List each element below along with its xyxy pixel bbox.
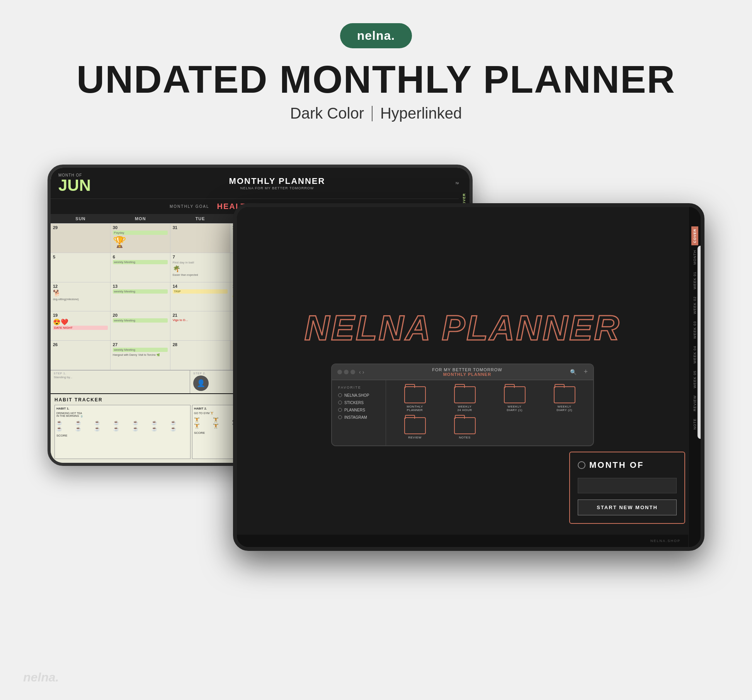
subtitle-divider [372, 106, 373, 121]
front-sidebar-week05[interactable]: WEEK 05 [692, 368, 698, 391]
fav-radio-3 [338, 408, 342, 412]
front-sidebar-week02[interactable]: WEEK 02 [692, 294, 698, 316]
cal-cell-28: 28 [170, 341, 230, 370]
front-sidebar-week01[interactable]: WEEK 01 [692, 269, 698, 292]
folder-weekly-diary-1[interactable]: WEEKLYDIARY (1) [492, 386, 537, 412]
cal-cell-30: 30 Payday 🏆 [111, 224, 170, 253]
cal-cell-14: 14TRIP [170, 282, 230, 312]
pencil-back [128, 165, 321, 167]
browser-window: ‹ › FOR MY BETTER TOMORROW MONTHLY PLANN… [331, 364, 594, 446]
browser-body: FAVORITE NELNA.SHOP STICKERS [332, 380, 593, 445]
folder-icon-weekly-24h [454, 386, 476, 403]
folder-review[interactable]: REVIEW [392, 417, 437, 439]
cal-cell-5: 5 [51, 253, 111, 282]
folder-icon-monthly [404, 386, 426, 403]
browser-dots [337, 370, 355, 374]
month-popup-header: MONTH OF [578, 460, 677, 470]
back-planner-sub: NELNA FOR MY BETTER TOMORROW [99, 186, 456, 190]
subtitle-dark-color: Dark Color [290, 105, 364, 122]
fav-planners[interactable]: PLANNERS [338, 408, 379, 412]
pencil-front [698, 246, 704, 439]
cal-cell-31: 31 [170, 224, 230, 253]
fav-radio-1 [338, 393, 342, 397]
front-tablet-content: NELNA PLANNER ‹ › [237, 207, 701, 547]
month-popup: MONTH OF START NEW MONTH [569, 452, 685, 524]
month-value: JUN [58, 177, 91, 194]
front-sidebar-note[interactable]: NOTE [692, 416, 698, 432]
goal-label: MONTHLY GOAL [170, 204, 209, 209]
folder-icon-notes [454, 417, 476, 434]
back-planner-title: MONTHLY PLANNER [99, 176, 456, 186]
cal-cell-12: 12 🐕 dog-sitting(milestone) [51, 282, 111, 312]
front-sidebar-week03[interactable]: WEEK 03 [692, 319, 698, 341]
front-sidebar-cover[interactable]: COVER [691, 226, 698, 245]
fav-nelna-shop[interactable]: NELNA.SHOP [338, 393, 379, 398]
folder-grid-top: MONTHLYPLANNER WEEKLY24 HOUR WEEKLYDIARY… [392, 386, 587, 412]
front-sidebar-week04[interactable]: WEEK 04 [692, 343, 698, 366]
fav-radio-4 [338, 415, 342, 419]
day-sun: SUN [51, 216, 111, 221]
month-popup-circle [578, 461, 585, 469]
browser-arrows: ‹ › [359, 369, 364, 375]
bottom-shop-text: NELNA.SHOP [650, 539, 681, 543]
tablet-front: NELNA PLANNER ‹ › [233, 203, 704, 551]
fav-radio-2 [338, 401, 342, 404]
cal-cell-6: 6 weekly Meeting [111, 253, 170, 282]
folder-monthly-planner[interactable]: MONTHLYPLANNER [392, 386, 437, 412]
back-title-center: MONTHLY PLANNER NELNA FOR MY BETTER TOMO… [99, 176, 456, 190]
cal-cell-20: 20 weekly Meeting [111, 311, 170, 341]
habit-1: HABIT 1. DRINKING HOT TEAIN THE MORNING … [54, 405, 191, 459]
forward-arrow-icon[interactable]: › [362, 369, 364, 375]
folder-grid-bottom: REVIEW NOTES [392, 417, 587, 439]
front-sidebar-review[interactable]: REVIEW [692, 393, 698, 414]
browser-bar: ‹ › FOR MY BETTER TOMORROW MONTHLY PLANN… [332, 364, 593, 380]
search-icon[interactable]: 🔍 [570, 369, 577, 375]
folder-icon-diary-1 [504, 386, 526, 403]
browser-dot-1 [337, 370, 342, 374]
day-mon: MON [111, 216, 170, 221]
subtitle: Dark Color Hyperlinked [290, 105, 462, 122]
start-new-month-button[interactable]: START NEW MONTH [578, 500, 677, 515]
browser-dot-2 [344, 370, 349, 374]
step-1: STEP 1. Standing by... [51, 370, 190, 393]
cal-cell-7: 7 First day in bali! 🌴 Easier than expec… [170, 253, 230, 282]
subtitle-hyperlinked: Hyperlinked [380, 105, 462, 122]
logo-badge: nelna. [340, 23, 412, 48]
month-popup-title: MONTH OF [589, 460, 644, 470]
cal-cell-26: 26 [51, 341, 111, 370]
month-display: MONTH OF JUN [58, 173, 99, 194]
cal-cell-27: 27 weekly Meeting Hangout with Danny Vis… [111, 341, 170, 370]
month-popup-input[interactable] [578, 478, 677, 493]
folder-weekly-diary-2[interactable]: WEEKLYDIARY (2) [542, 386, 587, 412]
front-sidebar-month[interactable]: MONTH [692, 248, 698, 267]
logo-text: nelna. [357, 29, 395, 42]
folder-weekly-24h[interactable]: WEEKLY24 HOUR [442, 386, 487, 412]
front-main: NELNA PLANNER ‹ › [237, 207, 688, 547]
cal-cell-13: 13 weekly Meeting [111, 282, 170, 312]
day-tue: TUE [170, 216, 230, 221]
front-bottom-bar: NELNA.SHOP [237, 535, 688, 547]
folder-icon-review [404, 417, 426, 434]
header: nelna. UNDATED MONTHLY PLANNER Dark Colo… [77, 0, 675, 122]
main-title: UNDATED MONTHLY PLANNER [77, 60, 675, 99]
fav-stickers[interactable]: STICKERS [338, 401, 379, 405]
cal-cell-21: 21Vigo to D... [170, 311, 230, 341]
favorites-label: FAVORITE [338, 386, 379, 389]
browser-favorites-sidebar: FAVORITE NELNA.SHOP STICKERS [332, 380, 386, 445]
folder-icon-diary-2 [554, 386, 575, 403]
fav-instagram[interactable]: INSTAGRAM [338, 415, 379, 420]
new-tab-icon[interactable]: + [584, 368, 588, 376]
cal-cell-19: 19 😍❤️ DATE NIGHT [51, 311, 111, 341]
browser-url: FOR MY BETTER TOMORROW MONTHLY PLANNER [368, 367, 566, 377]
nelna-planner-title: NELNA PLANNER [305, 308, 621, 348]
back-arrow-icon[interactable]: ‹ [359, 369, 361, 375]
browser-dot-3 [350, 370, 355, 374]
back-tablet-header: MONTH OF JUN MONTHLY PLANNER NELNA FOR M… [51, 168, 470, 199]
watermark: nelna. [23, 670, 59, 685]
folder-notes[interactable]: NOTES [442, 417, 487, 439]
tablets-container: MONTH OF JUN MONTHLY PLANNER NELNA FOR M… [48, 141, 704, 663]
browser-content: MONTHLYPLANNER WEEKLY24 HOUR WEEKLYDIARY… [386, 380, 593, 445]
cal-cell-29: 29 [51, 224, 111, 253]
